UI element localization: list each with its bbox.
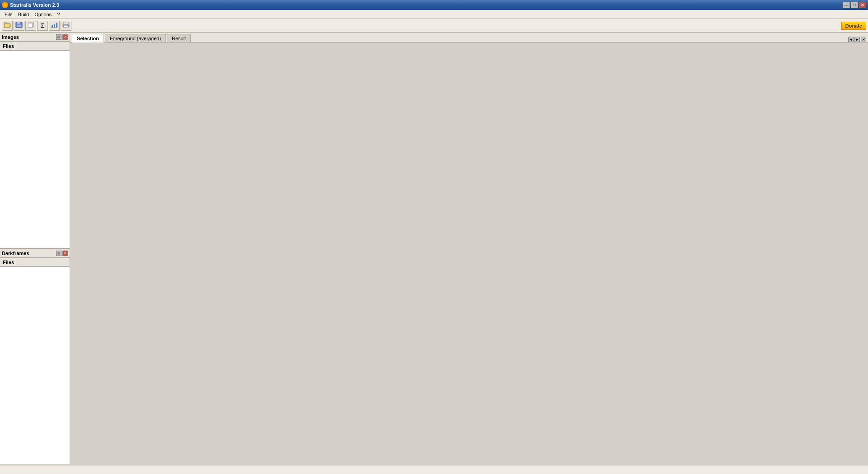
tabs-nav-right-button[interactable]: ► <box>854 37 860 42</box>
chart-icon <box>51 22 58 29</box>
copy-icon <box>27 22 34 29</box>
darkframes-panel: Darkframes ✕ Files <box>0 249 70 465</box>
svg-rect-6 <box>28 23 33 28</box>
darkframes-files-column: Files <box>1 258 16 266</box>
copy-button[interactable] <box>25 21 36 31</box>
tab-selection[interactable]: Selection <box>72 34 104 43</box>
save-icon <box>15 22 23 29</box>
content-area <box>70 43 868 465</box>
svg-rect-8 <box>54 24 55 28</box>
tab-result[interactable]: Result <box>167 34 191 42</box>
tab-foreground[interactable]: Foreground (averaged) <box>105 34 166 42</box>
darkframes-panel-controls: ✕ <box>56 251 68 256</box>
open-icon <box>4 22 11 29</box>
tab-selection-label: Selection <box>77 36 99 41</box>
title-bar: Startrails Version 2.3 — □ ✕ <box>0 0 868 10</box>
sigma-icon: Σ <box>41 22 44 29</box>
chart-button[interactable] <box>49 21 60 31</box>
svg-rect-1 <box>4 23 7 24</box>
darkframes-close-button[interactable]: ✕ <box>62 251 68 256</box>
print-button[interactable] <box>61 21 71 31</box>
darkframes-panel-body <box>0 267 70 465</box>
svg-point-16 <box>57 252 60 255</box>
print-icon <box>62 22 70 29</box>
app-icon <box>2 2 8 8</box>
svg-rect-3 <box>17 22 20 24</box>
images-files-column: Files <box>1 42 16 50</box>
images-column-header: Files <box>0 42 70 51</box>
tabs-bar: Selection Foreground (averaged) Result ◄… <box>70 33 868 43</box>
menu-help[interactable]: ? <box>54 11 62 18</box>
images-pin-button[interactable] <box>56 34 61 40</box>
darkframes-panel-title: Darkframes <box>2 251 29 256</box>
images-panel-body <box>0 51 70 248</box>
toolbar: Σ Donate <box>0 19 868 33</box>
menu-options[interactable]: Options <box>32 11 54 18</box>
svg-rect-4 <box>17 25 21 27</box>
darkframes-panel-header: Darkframes ✕ <box>0 249 70 258</box>
svg-rect-9 <box>56 23 57 28</box>
open-button[interactable] <box>2 21 13 31</box>
tab-foreground-label: Foreground (averaged) <box>110 36 161 41</box>
minimize-button[interactable]: — <box>843 2 850 8</box>
tabs-controls: ◄ ► ✕ <box>848 37 866 42</box>
darkframes-column-header: Files <box>0 258 70 267</box>
main-area: Images ✕ Files Darkframes <box>0 33 868 465</box>
right-area: Selection Foreground (averaged) Result ◄… <box>70 33 868 465</box>
left-panel: Images ✕ Files Darkframes <box>0 33 70 465</box>
svg-point-15 <box>57 36 60 38</box>
images-panel-controls: ✕ <box>56 34 68 40</box>
title-bar-controls: — □ ✕ <box>843 2 866 8</box>
status-bar <box>0 465 868 474</box>
menu-bar: File Build Options ? <box>0 10 868 19</box>
tabs-nav-left-button[interactable]: ◄ <box>848 37 854 42</box>
svg-rect-7 <box>52 25 53 28</box>
donate-button[interactable]: Donate <box>841 22 866 30</box>
save-button[interactable] <box>14 21 24 31</box>
tab-result-label: Result <box>172 36 186 41</box>
svg-point-14 <box>67 25 68 26</box>
sigma-button[interactable]: Σ <box>37 21 48 31</box>
darkframes-pin-button[interactable] <box>56 251 61 256</box>
images-close-button[interactable]: ✕ <box>62 34 68 40</box>
images-panel: Images ✕ Files <box>0 33 70 249</box>
menu-build[interactable]: Build <box>15 11 32 18</box>
close-button[interactable]: ✕ <box>859 2 866 8</box>
menu-file[interactable]: File <box>2 11 15 18</box>
images-panel-header: Images ✕ <box>0 33 70 42</box>
title-bar-text: Startrails Version 2.3 <box>10 2 59 8</box>
tabs-close-button[interactable]: ✕ <box>861 37 866 42</box>
images-panel-title: Images <box>2 34 19 40</box>
title-bar-left: Startrails Version 2.3 <box>2 2 59 8</box>
maximize-button[interactable]: □ <box>851 2 858 8</box>
